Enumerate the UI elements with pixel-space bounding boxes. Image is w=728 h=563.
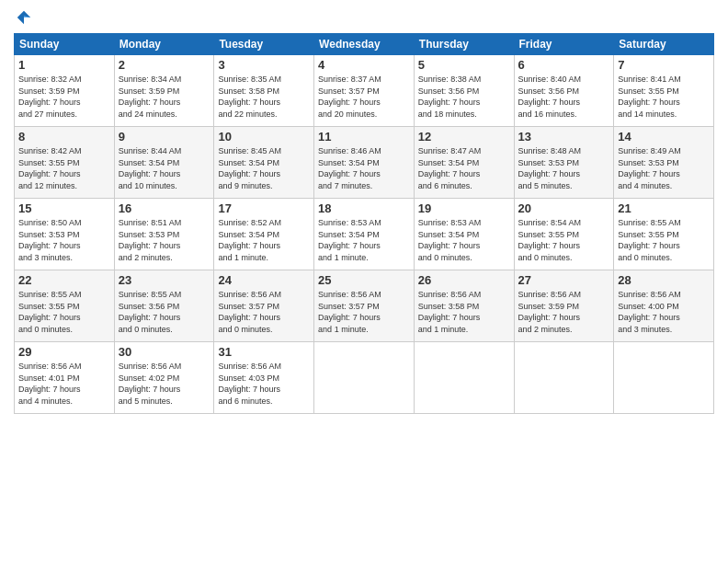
week-row-5: 29Sunrise: 8:56 AMSunset: 4:01 PMDayligh…	[15, 342, 714, 414]
week-row-4: 22Sunrise: 8:55 AMSunset: 3:55 PMDayligh…	[15, 270, 714, 342]
day-info: Sunrise: 8:56 AMSunset: 4:01 PMDaylight:…	[18, 361, 110, 407]
day-cell: 10Sunrise: 8:45 AMSunset: 3:54 PMDayligh…	[214, 127, 314, 199]
day-cell: 8Sunrise: 8:42 AMSunset: 3:55 PMDaylight…	[15, 127, 115, 199]
day-cell: 16Sunrise: 8:51 AMSunset: 3:53 PMDayligh…	[114, 199, 214, 270]
day-info: Sunrise: 8:51 AMSunset: 3:53 PMDaylight:…	[119, 217, 210, 263]
day-info: Sunrise: 8:56 AMSunset: 3:59 PMDaylight:…	[518, 289, 610, 335]
day-cell: 18Sunrise: 8:53 AMSunset: 3:54 PMDayligh…	[314, 199, 415, 270]
day-number: 24	[218, 273, 310, 287]
day-cell: 19Sunrise: 8:53 AMSunset: 3:54 PMDayligh…	[414, 199, 514, 270]
day-number: 13	[518, 130, 610, 144]
day-number: 18	[318, 201, 410, 215]
day-number: 28	[618, 273, 710, 287]
day-cell: 13Sunrise: 8:48 AMSunset: 3:53 PMDayligh…	[514, 127, 614, 199]
day-info: Sunrise: 8:47 AMSunset: 3:54 PMDaylight:…	[418, 145, 510, 191]
day-number: 30	[119, 345, 210, 359]
day-number: 26	[418, 273, 510, 287]
day-cell: 31Sunrise: 8:56 AMSunset: 4:03 PMDayligh…	[214, 342, 314, 414]
day-number: 6	[518, 58, 610, 72]
day-info: Sunrise: 8:45 AMSunset: 3:54 PMDaylight:…	[218, 145, 310, 191]
day-cell	[314, 342, 415, 414]
day-cell: 9Sunrise: 8:44 AMSunset: 3:54 PMDaylight…	[114, 127, 214, 199]
day-number: 5	[418, 58, 510, 72]
day-cell: 24Sunrise: 8:56 AMSunset: 3:57 PMDayligh…	[214, 270, 314, 342]
week-row-3: 15Sunrise: 8:50 AMSunset: 3:53 PMDayligh…	[15, 199, 714, 270]
day-cell: 2Sunrise: 8:34 AMSunset: 3:59 PMDaylight…	[114, 55, 214, 127]
day-info: Sunrise: 8:48 AMSunset: 3:53 PMDaylight:…	[518, 145, 610, 191]
day-info: Sunrise: 8:41 AMSunset: 3:55 PMDaylight:…	[618, 74, 710, 120]
day-cell: 6Sunrise: 8:40 AMSunset: 3:56 PMDaylight…	[514, 55, 614, 127]
day-cell: 7Sunrise: 8:41 AMSunset: 3:55 PMDaylight…	[614, 55, 714, 127]
day-info: Sunrise: 8:46 AMSunset: 3:54 PMDaylight:…	[318, 145, 410, 191]
day-number: 25	[318, 273, 410, 287]
week-row-1: 1Sunrise: 8:32 AMSunset: 3:59 PMDaylight…	[15, 55, 714, 127]
day-info: Sunrise: 8:34 AMSunset: 3:59 PMDaylight:…	[119, 74, 210, 120]
day-info: Sunrise: 8:55 AMSunset: 3:55 PMDaylight:…	[18, 289, 110, 335]
day-info: Sunrise: 8:49 AMSunset: 3:53 PMDaylight:…	[618, 145, 710, 191]
day-cell: 1Sunrise: 8:32 AMSunset: 3:59 PMDaylight…	[15, 55, 115, 127]
day-number: 27	[518, 273, 610, 287]
day-info: Sunrise: 8:56 AMSunset: 4:03 PMDaylight:…	[218, 361, 310, 407]
day-info: Sunrise: 8:35 AMSunset: 3:58 PMDaylight:…	[218, 74, 310, 120]
day-number: 8	[18, 130, 110, 144]
day-number: 11	[318, 130, 410, 144]
day-cell: 17Sunrise: 8:52 AMSunset: 3:54 PMDayligh…	[214, 199, 314, 270]
logo-icon	[16, 9, 32, 26]
day-number: 4	[318, 58, 410, 72]
weekday-header-friday: Friday	[514, 34, 614, 55]
day-cell: 15Sunrise: 8:50 AMSunset: 3:53 PMDayligh…	[15, 199, 115, 270]
day-cell: 26Sunrise: 8:56 AMSunset: 3:58 PMDayligh…	[414, 270, 514, 342]
weekday-header-sunday: Sunday	[15, 34, 115, 55]
week-row-2: 8Sunrise: 8:42 AMSunset: 3:55 PMDaylight…	[15, 127, 714, 199]
day-info: Sunrise: 8:53 AMSunset: 3:54 PMDaylight:…	[318, 217, 410, 263]
day-number: 9	[119, 130, 210, 144]
day-info: Sunrise: 8:38 AMSunset: 3:56 PMDaylight:…	[418, 74, 510, 120]
calendar-table: SundayMondayTuesdayWednesdayThursdayFrid…	[14, 33, 714, 414]
day-number: 3	[218, 58, 310, 72]
day-number: 23	[119, 273, 210, 287]
weekday-header-row: SundayMondayTuesdayWednesdayThursdayFrid…	[15, 34, 714, 55]
day-info: Sunrise: 8:54 AMSunset: 3:55 PMDaylight:…	[518, 217, 610, 263]
day-info: Sunrise: 8:56 AMSunset: 4:02 PMDaylight:…	[119, 361, 210, 407]
day-number: 10	[218, 130, 310, 144]
day-number: 20	[518, 201, 610, 215]
day-cell: 23Sunrise: 8:55 AMSunset: 3:56 PMDayligh…	[114, 270, 214, 342]
day-info: Sunrise: 8:56 AMSunset: 4:00 PMDaylight:…	[618, 289, 710, 335]
day-info: Sunrise: 8:55 AMSunset: 3:55 PMDaylight:…	[618, 217, 710, 263]
day-number: 2	[119, 58, 210, 72]
day-cell: 4Sunrise: 8:37 AMSunset: 3:57 PMDaylight…	[314, 55, 415, 127]
day-number: 14	[618, 130, 710, 144]
calendar-page: SundayMondayTuesdayWednesdayThursdayFrid…	[0, 0, 728, 563]
weekday-header-saturday: Saturday	[614, 34, 714, 55]
day-cell: 21Sunrise: 8:55 AMSunset: 3:55 PMDayligh…	[614, 199, 714, 270]
day-info: Sunrise: 8:40 AMSunset: 3:56 PMDaylight:…	[518, 74, 610, 120]
day-number: 29	[18, 345, 110, 359]
day-cell: 27Sunrise: 8:56 AMSunset: 3:59 PMDayligh…	[514, 270, 614, 342]
weekday-header-wednesday: Wednesday	[314, 34, 415, 55]
day-info: Sunrise: 8:44 AMSunset: 3:54 PMDaylight:…	[119, 145, 210, 191]
weekday-header-thursday: Thursday	[414, 34, 514, 55]
day-cell	[614, 342, 714, 414]
day-info: Sunrise: 8:56 AMSunset: 3:58 PMDaylight:…	[418, 289, 510, 335]
day-number: 19	[418, 201, 510, 215]
day-info: Sunrise: 8:42 AMSunset: 3:55 PMDaylight:…	[18, 145, 110, 191]
weekday-header-monday: Monday	[114, 34, 214, 55]
logo	[14, 9, 32, 26]
day-number: 17	[218, 201, 310, 215]
day-number: 15	[18, 201, 110, 215]
day-cell: 22Sunrise: 8:55 AMSunset: 3:55 PMDayligh…	[15, 270, 115, 342]
day-cell: 25Sunrise: 8:56 AMSunset: 3:57 PMDayligh…	[314, 270, 415, 342]
day-cell: 12Sunrise: 8:47 AMSunset: 3:54 PMDayligh…	[414, 127, 514, 199]
day-number: 12	[418, 130, 510, 144]
day-info: Sunrise: 8:50 AMSunset: 3:53 PMDaylight:…	[18, 217, 110, 263]
day-cell: 30Sunrise: 8:56 AMSunset: 4:02 PMDayligh…	[114, 342, 214, 414]
day-info: Sunrise: 8:52 AMSunset: 3:54 PMDaylight:…	[218, 217, 310, 263]
day-cell: 28Sunrise: 8:56 AMSunset: 4:00 PMDayligh…	[614, 270, 714, 342]
day-cell: 3Sunrise: 8:35 AMSunset: 3:58 PMDaylight…	[214, 55, 314, 127]
day-info: Sunrise: 8:53 AMSunset: 3:54 PMDaylight:…	[418, 217, 510, 263]
day-number: 7	[618, 58, 710, 72]
day-cell: 29Sunrise: 8:56 AMSunset: 4:01 PMDayligh…	[15, 342, 115, 414]
day-cell: 11Sunrise: 8:46 AMSunset: 3:54 PMDayligh…	[314, 127, 415, 199]
header	[14, 9, 714, 26]
day-number: 22	[18, 273, 110, 287]
